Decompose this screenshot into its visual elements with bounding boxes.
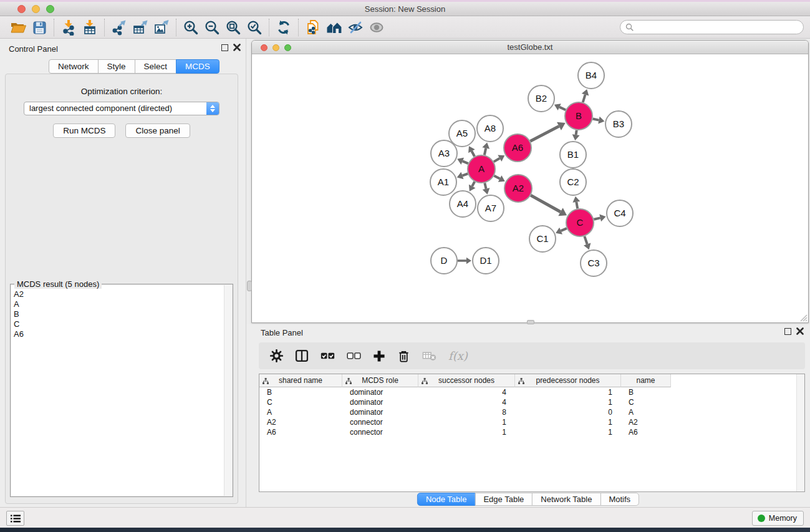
node-table[interactable]: shared nameMCDS rolesuccessor nodesprede… xyxy=(259,374,805,492)
table-cell[interactable]: 1 xyxy=(515,387,621,397)
table-cell[interactable]: 1 xyxy=(418,427,515,437)
edge-B-B4[interactable] xyxy=(582,89,589,102)
float-panel-icon[interactable] xyxy=(221,44,228,51)
table-cell[interactable]: B xyxy=(621,387,671,397)
node-B4[interactable]: B4 xyxy=(578,62,604,89)
table-cell[interactable]: 8 xyxy=(418,407,515,417)
zoom-selected-button[interactable] xyxy=(244,17,265,37)
titlebar[interactable]: Session: New Session xyxy=(0,2,810,16)
mcds-result-item[interactable]: A6 xyxy=(14,329,232,339)
tab-node-table[interactable]: Node Table xyxy=(417,493,476,506)
tab-network-table[interactable]: Network Table xyxy=(532,493,600,506)
delete-column-button[interactable] xyxy=(397,349,410,363)
column-header-name[interactable]: name xyxy=(621,374,671,387)
node-A2[interactable]: A2 xyxy=(504,175,532,202)
tab-network[interactable]: Network xyxy=(49,59,99,74)
node-B1[interactable]: B1 xyxy=(560,142,586,168)
edge-A6-B[interactable] xyxy=(530,122,565,142)
column-header-MCDS-role[interactable]: MCDS role xyxy=(342,374,418,387)
open-file-button[interactable] xyxy=(7,17,29,37)
network-canvas[interactable]: B4B2BB3A8A5A6A3B1AA1C2A2A4A7C4CC1DD1C3 xyxy=(252,54,808,322)
table-cell[interactable]: dominator xyxy=(342,407,418,417)
horizontal-splitter-handle[interactable] xyxy=(527,320,534,324)
task-history-button[interactable] xyxy=(6,511,24,526)
table-cell[interactable]: 1 xyxy=(418,417,515,427)
edge-A-A8[interactable] xyxy=(482,142,489,155)
zoom-out-button[interactable] xyxy=(201,17,223,37)
table-cell[interactable]: A2 xyxy=(621,417,671,427)
show-eye-button[interactable] xyxy=(366,17,387,37)
edge-C-C1[interactable] xyxy=(556,228,567,235)
table-row[interactable]: Adominator80A xyxy=(259,407,796,417)
close-panel-icon[interactable] xyxy=(796,327,804,335)
edge-A-A4[interactable] xyxy=(469,181,476,191)
save-session-button[interactable] xyxy=(29,17,50,37)
table-cell[interactable]: 4 xyxy=(418,397,515,407)
tab-style[interactable]: Style xyxy=(98,59,135,74)
mcds-result-item[interactable]: B xyxy=(14,309,232,319)
settings-gear-button[interactable] xyxy=(270,349,283,362)
column-header-successor-nodes[interactable]: successor nodes xyxy=(418,374,515,387)
table-cell[interactable]: A6 xyxy=(621,427,671,437)
node-D[interactable]: D xyxy=(431,248,457,274)
table-cell[interactable]: 1 xyxy=(515,417,621,427)
edge-A2-C[interactable] xyxy=(531,195,567,216)
table-cell[interactable]: B xyxy=(259,387,342,397)
clone-network-button[interactable] xyxy=(302,17,324,37)
hide-selected-eye-button[interactable] xyxy=(345,17,366,37)
table-cell[interactable]: dominator xyxy=(342,387,418,397)
tab-edge-table[interactable]: Edge Table xyxy=(475,493,533,506)
close-panel-icon[interactable] xyxy=(233,44,241,51)
edge-A-A1[interactable] xyxy=(457,172,468,179)
node-A6[interactable]: A6 xyxy=(504,134,531,162)
table-cell[interactable]: connector xyxy=(342,417,418,427)
table-cell[interactable]: A xyxy=(259,407,342,417)
table-cell[interactable]: C xyxy=(259,397,342,407)
table-cell[interactable]: C xyxy=(621,397,671,407)
delete-table-button[interactable] xyxy=(422,351,436,361)
node-A8[interactable]: A8 xyxy=(477,115,503,142)
node-C[interactable]: C xyxy=(566,209,594,236)
export-table-button[interactable] xyxy=(130,17,151,37)
table-row[interactable]: Bdominator41B xyxy=(259,387,796,397)
mcds-result-item[interactable]: A2 xyxy=(14,289,232,299)
deselect-all-checkboxes-button[interactable] xyxy=(347,351,361,361)
edge-B-B1[interactable] xyxy=(572,130,580,140)
import-network-button[interactable] xyxy=(58,17,79,37)
function-builder-button[interactable]: f(x) xyxy=(448,349,468,362)
network-view-window[interactable]: testGlobe.txt B4B2BB3A8A5A6A3B1AA1C2A2A4… xyxy=(251,40,809,323)
columns-button[interactable] xyxy=(295,349,309,362)
table-cell[interactable]: A xyxy=(621,407,671,417)
memory-button[interactable]: Memory xyxy=(752,511,804,526)
home-view-button[interactable] xyxy=(324,17,345,37)
node-C1[interactable]: C1 xyxy=(529,226,556,252)
node-A7[interactable]: A7 xyxy=(478,195,504,221)
edge-C-C2[interactable] xyxy=(572,196,580,209)
table-cell[interactable]: A2 xyxy=(259,417,342,427)
add-column-button[interactable] xyxy=(373,350,385,362)
edge-C-C4[interactable] xyxy=(594,215,605,222)
zoom-fit-button[interactable] xyxy=(223,17,244,37)
column-header-predecessor-nodes[interactable]: predecessor nodes xyxy=(515,374,621,387)
mcds-result-item[interactable]: C xyxy=(14,319,232,329)
tab-mcds[interactable]: MCDS xyxy=(176,59,219,74)
edge-B-B2[interactable] xyxy=(554,104,566,110)
edge-B-B3[interactable] xyxy=(593,117,605,124)
edge-A-A6[interactable] xyxy=(494,155,504,162)
table-cell[interactable]: 4 xyxy=(418,387,515,397)
refresh-button[interactable] xyxy=(273,17,294,37)
node-B[interactable]: B xyxy=(565,102,592,130)
tab-select[interactable]: Select xyxy=(135,59,177,74)
criterion-dropdown[interactable]: largest connected component (directed) xyxy=(24,102,219,115)
float-panel-icon[interactable] xyxy=(784,328,791,335)
table-cell[interactable]: 1 xyxy=(515,427,621,437)
import-table-button[interactable] xyxy=(79,17,100,37)
node-A5[interactable]: A5 xyxy=(449,120,475,147)
mcds-result-item[interactable]: A xyxy=(14,299,232,309)
network-window-titlebar[interactable]: testGlobe.txt xyxy=(252,41,808,54)
table-row[interactable]: A2connector11A2 xyxy=(259,417,796,427)
edge-A-A7[interactable] xyxy=(483,183,490,194)
search-field[interactable] xyxy=(620,20,804,34)
result-scrollbar[interactable] xyxy=(224,285,232,496)
edge-A-A5[interactable] xyxy=(468,146,475,157)
